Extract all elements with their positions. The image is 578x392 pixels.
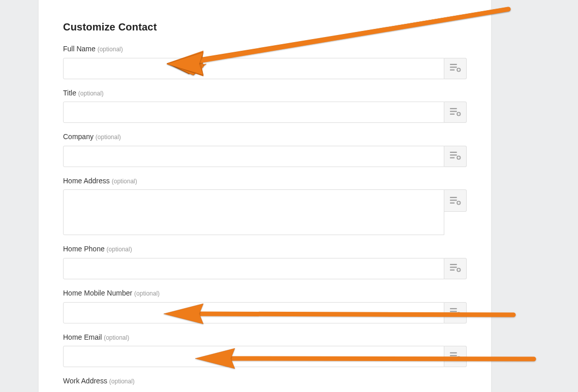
optional-hint: (optional) — [104, 334, 129, 341]
list-add-icon — [450, 107, 461, 118]
svg-rect-12 — [450, 152, 457, 153]
label-text: Home Mobile Number — [63, 289, 132, 297]
field-label: Home Email (optional) — [63, 333, 467, 342]
field-label: Company (optional) — [63, 132, 467, 142]
svg-rect-24 — [450, 264, 457, 265]
title-input[interactable] — [63, 102, 444, 123]
optional-hint: (optional) — [78, 90, 104, 97]
list-add-icon — [450, 196, 461, 207]
list-add-icon — [450, 351, 461, 362]
svg-rect-37 — [450, 355, 457, 356]
svg-rect-41 — [458, 357, 460, 358]
add-variable-button[interactable] — [444, 346, 467, 367]
field-label: Home Address (optional) — [63, 176, 467, 186]
optional-hint: (optional) — [112, 178, 137, 185]
label-text: Full Name — [63, 45, 96, 53]
list-add-icon — [450, 263, 461, 274]
svg-rect-25 — [450, 267, 457, 268]
svg-rect-35 — [458, 313, 460, 314]
svg-rect-20 — [450, 203, 454, 204]
svg-rect-18 — [450, 197, 457, 198]
svg-rect-7 — [450, 111, 457, 112]
company-input[interactable] — [63, 146, 444, 167]
svg-rect-5 — [458, 70, 460, 71]
label-text: Company — [63, 133, 94, 141]
svg-rect-14 — [450, 157, 454, 158]
field-home-email: Home Email (optional) — [63, 333, 467, 368]
field-home-phone: Home Phone (optional) — [63, 244, 467, 279]
label-text: Home Phone — [63, 245, 105, 253]
field-label: Work Address (optional) — [63, 376, 467, 386]
label-text: Home Email — [63, 333, 102, 341]
optional-hint: (optional) — [98, 46, 123, 53]
label-text: Work Address — [63, 377, 107, 385]
svg-rect-29 — [458, 270, 460, 271]
svg-rect-17 — [458, 157, 460, 158]
add-variable-button[interactable] — [444, 302, 467, 323]
home-email-input[interactable] — [63, 346, 444, 367]
add-variable-button[interactable] — [444, 189, 467, 212]
add-variable-button[interactable] — [444, 258, 467, 279]
optional-hint: (optional) — [107, 246, 132, 253]
list-add-icon — [450, 151, 461, 161]
label-text: Title — [63, 89, 76, 97]
optional-hint: (optional) — [134, 290, 160, 297]
list-add-icon — [450, 63, 461, 74]
svg-rect-38 — [450, 357, 454, 358]
label-text: Home Address — [63, 177, 110, 185]
list-add-icon — [450, 307, 461, 318]
svg-rect-32 — [450, 314, 454, 315]
svg-rect-8 — [450, 113, 454, 114]
field-label: Home Phone (optional) — [63, 244, 467, 254]
optional-hint: (optional) — [96, 134, 121, 141]
home-mobile-input[interactable] — [63, 302, 444, 323]
field-label: Home Mobile Number (optional) — [63, 288, 467, 298]
svg-rect-2 — [450, 70, 454, 71]
svg-rect-36 — [450, 352, 457, 353]
svg-rect-31 — [450, 311, 457, 312]
svg-rect-30 — [450, 308, 457, 309]
home-phone-input[interactable] — [63, 258, 444, 279]
optional-hint: (optional) — [109, 378, 135, 385]
form-panel: Customize Contact Full Name (optional) T… — [38, 0, 492, 392]
field-label: Full Name (optional) — [63, 44, 467, 54]
svg-rect-19 — [450, 200, 457, 201]
add-variable-button[interactable] — [444, 58, 467, 79]
svg-rect-13 — [450, 154, 457, 155]
svg-rect-0 — [450, 64, 457, 65]
field-home-address: Home Address (optional) — [63, 176, 467, 236]
field-work-address: Work Address (optional) — [63, 376, 467, 386]
svg-rect-23 — [458, 203, 460, 204]
field-label: Title (optional) — [63, 88, 467, 98]
field-home-mobile: Home Mobile Number (optional) — [63, 288, 467, 323]
home-address-input[interactable] — [63, 189, 444, 235]
field-title: Title (optional) — [63, 88, 467, 123]
svg-rect-11 — [458, 113, 460, 114]
field-company: Company (optional) — [63, 132, 467, 167]
svg-rect-1 — [450, 67, 457, 68]
field-full-name: Full Name (optional) — [63, 44, 467, 79]
full-name-input[interactable] — [63, 58, 444, 79]
page-title: Customize Contact — [63, 21, 467, 33]
add-variable-button[interactable] — [444, 146, 467, 167]
add-variable-button[interactable] — [444, 102, 467, 123]
svg-rect-26 — [450, 270, 454, 271]
svg-rect-6 — [450, 108, 457, 109]
